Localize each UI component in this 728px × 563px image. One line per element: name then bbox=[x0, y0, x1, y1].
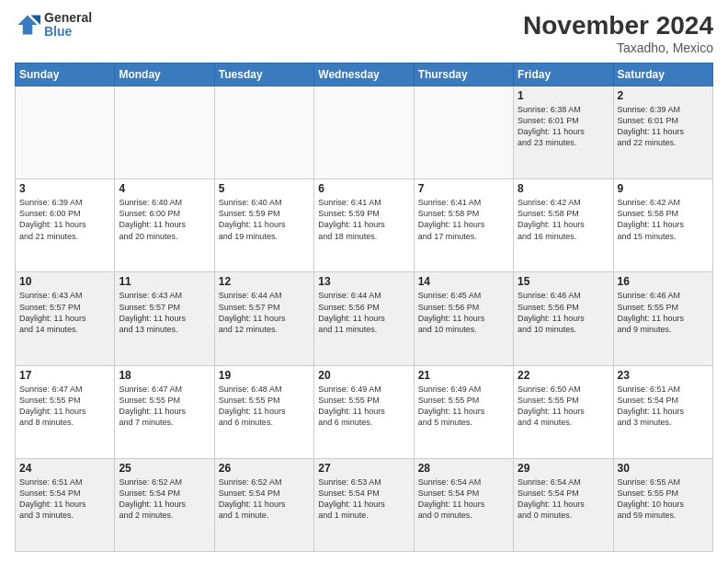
calendar-header-cell: Tuesday bbox=[214, 63, 313, 86]
calendar-week-row: 10Sunrise: 6:43 AM Sunset: 5:57 PM Dayli… bbox=[16, 272, 713, 365]
day-number: 19 bbox=[219, 369, 310, 382]
calendar-table: SundayMondayTuesdayWednesdayThursdayFrid… bbox=[15, 63, 713, 552]
day-number: 11 bbox=[119, 275, 210, 288]
day-number: 6 bbox=[318, 182, 409, 195]
calendar-cell: 21Sunrise: 6:49 AM Sunset: 5:55 PM Dayli… bbox=[414, 365, 513, 458]
header: General Blue November 2024 Taxadho, Mexi… bbox=[15, 11, 713, 55]
calendar-cell: 5Sunrise: 6:40 AM Sunset: 5:59 PM Daylig… bbox=[214, 179, 313, 272]
calendar-cell: 6Sunrise: 6:41 AM Sunset: 5:59 PM Daylig… bbox=[314, 179, 414, 272]
logo-icon bbox=[15, 12, 40, 38]
calendar-cell: 23Sunrise: 6:51 AM Sunset: 5:54 PM Dayli… bbox=[613, 365, 712, 458]
day-number: 16 bbox=[618, 275, 709, 288]
calendar-cell: 3Sunrise: 6:39 AM Sunset: 6:00 PM Daylig… bbox=[16, 179, 115, 272]
calendar-header-cell: Saturday bbox=[613, 63, 712, 86]
calendar-header-cell: Sunday bbox=[16, 63, 115, 86]
day-info: Sunrise: 6:47 AM Sunset: 5:55 PM Dayligh… bbox=[119, 384, 210, 429]
day-number: 23 bbox=[618, 369, 709, 382]
day-number: 12 bbox=[219, 275, 310, 288]
day-info: Sunrise: 6:43 AM Sunset: 5:57 PM Dayligh… bbox=[119, 290, 210, 335]
day-number: 20 bbox=[318, 369, 409, 382]
day-info: Sunrise: 6:47 AM Sunset: 5:55 PM Dayligh… bbox=[19, 384, 110, 429]
calendar-week-row: 17Sunrise: 6:47 AM Sunset: 5:55 PM Dayli… bbox=[16, 365, 713, 458]
calendar-header-cell: Friday bbox=[514, 63, 613, 86]
calendar-cell bbox=[414, 86, 513, 179]
calendar-cell: 4Sunrise: 6:40 AM Sunset: 6:00 PM Daylig… bbox=[115, 179, 214, 272]
calendar-cell: 13Sunrise: 6:44 AM Sunset: 5:56 PM Dayli… bbox=[314, 272, 414, 365]
day-info: Sunrise: 6:55 AM Sunset: 5:55 PM Dayligh… bbox=[618, 477, 709, 522]
day-info: Sunrise: 6:49 AM Sunset: 5:55 PM Dayligh… bbox=[318, 384, 409, 429]
day-number: 17 bbox=[19, 369, 110, 382]
calendar-cell: 10Sunrise: 6:43 AM Sunset: 5:57 PM Dayli… bbox=[16, 272, 115, 365]
day-info: Sunrise: 6:46 AM Sunset: 5:55 PM Dayligh… bbox=[618, 290, 709, 335]
calendar-cell: 11Sunrise: 6:43 AM Sunset: 5:57 PM Dayli… bbox=[115, 272, 214, 365]
calendar-cell: 16Sunrise: 6:46 AM Sunset: 5:55 PM Dayli… bbox=[613, 272, 712, 365]
day-info: Sunrise: 6:44 AM Sunset: 5:56 PM Dayligh… bbox=[318, 290, 409, 335]
calendar-cell: 24Sunrise: 6:51 AM Sunset: 5:54 PM Dayli… bbox=[16, 458, 115, 551]
day-number: 24 bbox=[19, 462, 110, 475]
day-number: 26 bbox=[219, 462, 310, 475]
day-info: Sunrise: 6:38 AM Sunset: 6:01 PM Dayligh… bbox=[518, 104, 609, 149]
day-info: Sunrise: 6:54 AM Sunset: 5:54 PM Dayligh… bbox=[418, 477, 509, 522]
day-info: Sunrise: 6:42 AM Sunset: 5:58 PM Dayligh… bbox=[518, 197, 609, 242]
calendar-cell: 17Sunrise: 6:47 AM Sunset: 5:55 PM Dayli… bbox=[16, 365, 115, 458]
calendar-cell: 22Sunrise: 6:50 AM Sunset: 5:55 PM Dayli… bbox=[514, 365, 613, 458]
day-info: Sunrise: 6:52 AM Sunset: 5:54 PM Dayligh… bbox=[119, 477, 210, 522]
day-number: 9 bbox=[618, 182, 709, 195]
calendar-week-row: 24Sunrise: 6:51 AM Sunset: 5:54 PM Dayli… bbox=[16, 458, 713, 551]
calendar-cell bbox=[16, 86, 115, 179]
calendar-cell: 26Sunrise: 6:52 AM Sunset: 5:54 PM Dayli… bbox=[214, 458, 313, 551]
calendar-cell: 28Sunrise: 6:54 AM Sunset: 5:54 PM Dayli… bbox=[414, 458, 513, 551]
calendar-cell: 12Sunrise: 6:44 AM Sunset: 5:57 PM Dayli… bbox=[214, 272, 313, 365]
day-info: Sunrise: 6:41 AM Sunset: 5:59 PM Dayligh… bbox=[318, 197, 409, 242]
calendar-cell: 2Sunrise: 6:39 AM Sunset: 6:01 PM Daylig… bbox=[613, 86, 712, 179]
day-number: 4 bbox=[119, 182, 210, 195]
day-number: 21 bbox=[418, 369, 509, 382]
month-title: November 2024 bbox=[523, 11, 713, 40]
day-number: 22 bbox=[518, 369, 609, 382]
day-number: 18 bbox=[119, 369, 210, 382]
day-number: 10 bbox=[19, 275, 110, 288]
day-info: Sunrise: 6:39 AM Sunset: 6:01 PM Dayligh… bbox=[618, 104, 709, 149]
day-number: 15 bbox=[518, 275, 609, 288]
calendar-header-row: SundayMondayTuesdayWednesdayThursdayFrid… bbox=[16, 63, 713, 86]
location: Taxadho, Mexico bbox=[523, 40, 713, 55]
day-number: 13 bbox=[318, 275, 409, 288]
day-info: Sunrise: 6:43 AM Sunset: 5:57 PM Dayligh… bbox=[19, 290, 110, 335]
day-info: Sunrise: 6:51 AM Sunset: 5:54 PM Dayligh… bbox=[618, 384, 709, 429]
title-block: November 2024 Taxadho, Mexico bbox=[523, 11, 713, 55]
calendar-cell: 30Sunrise: 6:55 AM Sunset: 5:55 PM Dayli… bbox=[613, 458, 712, 551]
calendar-cell: 14Sunrise: 6:45 AM Sunset: 5:56 PM Dayli… bbox=[414, 272, 513, 365]
calendar-header-cell: Wednesday bbox=[314, 63, 414, 86]
day-info: Sunrise: 6:45 AM Sunset: 5:56 PM Dayligh… bbox=[418, 290, 509, 335]
calendar-cell: 27Sunrise: 6:53 AM Sunset: 5:54 PM Dayli… bbox=[314, 458, 414, 551]
day-info: Sunrise: 6:54 AM Sunset: 5:54 PM Dayligh… bbox=[518, 477, 609, 522]
day-number: 27 bbox=[318, 462, 409, 475]
day-info: Sunrise: 6:46 AM Sunset: 5:56 PM Dayligh… bbox=[518, 290, 609, 335]
day-number: 7 bbox=[418, 182, 509, 195]
day-number: 29 bbox=[518, 462, 609, 475]
day-info: Sunrise: 6:52 AM Sunset: 5:54 PM Dayligh… bbox=[219, 477, 310, 522]
day-number: 5 bbox=[219, 182, 310, 195]
day-number: 28 bbox=[418, 462, 509, 475]
day-info: Sunrise: 6:49 AM Sunset: 5:55 PM Dayligh… bbox=[418, 384, 509, 429]
day-info: Sunrise: 6:53 AM Sunset: 5:54 PM Dayligh… bbox=[318, 477, 409, 522]
calendar-cell: 29Sunrise: 6:54 AM Sunset: 5:54 PM Dayli… bbox=[514, 458, 613, 551]
day-number: 8 bbox=[518, 182, 609, 195]
calendar-cell bbox=[214, 86, 313, 179]
day-info: Sunrise: 6:51 AM Sunset: 5:54 PM Dayligh… bbox=[19, 477, 110, 522]
day-info: Sunrise: 6:42 AM Sunset: 5:58 PM Dayligh… bbox=[618, 197, 709, 242]
day-number: 14 bbox=[418, 275, 509, 288]
calendar-cell: 8Sunrise: 6:42 AM Sunset: 5:58 PM Daylig… bbox=[514, 179, 613, 272]
day-info: Sunrise: 6:44 AM Sunset: 5:57 PM Dayligh… bbox=[219, 290, 310, 335]
logo-general-text: General bbox=[44, 11, 92, 25]
day-number: 3 bbox=[19, 182, 110, 195]
calendar-cell: 9Sunrise: 6:42 AM Sunset: 5:58 PM Daylig… bbox=[613, 179, 712, 272]
day-info: Sunrise: 6:39 AM Sunset: 6:00 PM Dayligh… bbox=[19, 197, 110, 242]
calendar-cell: 25Sunrise: 6:52 AM Sunset: 5:54 PM Dayli… bbox=[115, 458, 214, 551]
day-number: 1 bbox=[518, 89, 609, 102]
calendar-cell: 15Sunrise: 6:46 AM Sunset: 5:56 PM Dayli… bbox=[514, 272, 613, 365]
day-info: Sunrise: 6:40 AM Sunset: 6:00 PM Dayligh… bbox=[119, 197, 210, 242]
day-info: Sunrise: 6:50 AM Sunset: 5:55 PM Dayligh… bbox=[518, 384, 609, 429]
calendar-cell: 19Sunrise: 6:48 AM Sunset: 5:55 PM Dayli… bbox=[214, 365, 313, 458]
calendar-cell: 7Sunrise: 6:41 AM Sunset: 5:58 PM Daylig… bbox=[414, 179, 513, 272]
